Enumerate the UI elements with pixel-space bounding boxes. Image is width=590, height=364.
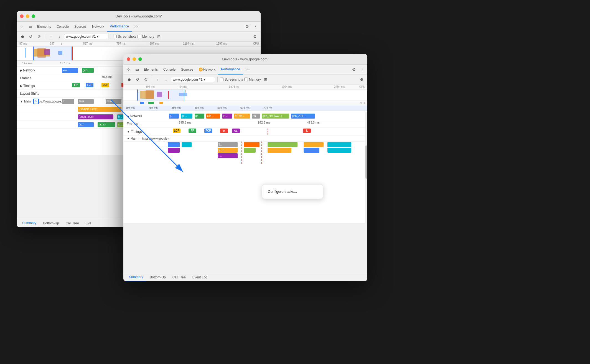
network-icon-back[interactable]: ⊞: [155, 33, 162, 40]
tasks-content-front: T... E...t (...: [168, 142, 367, 164]
main-row-front: ▼ Main — https://www.google.com/: [123, 135, 367, 142]
close-button-front[interactable]: [127, 57, 130, 61]
tab-elements-back[interactable]: Elements: [34, 22, 54, 32]
badge-fcp-front: FCP: [204, 129, 212, 133]
reload-btn-front[interactable]: ↺: [134, 76, 141, 83]
memory-checkbox-front[interactable]: Memory: [244, 78, 261, 81]
tab-more-front[interactable]: >>: [243, 65, 252, 75]
maximize-button-front[interactable]: [138, 57, 142, 61]
more-icon-back[interactable]: ⋮: [251, 22, 260, 31]
download-btn-back[interactable]: ↓: [56, 33, 63, 40]
nf-bar-ge2: ge: [195, 114, 205, 119]
network-icon-front[interactable]: ⊞: [262, 76, 269, 83]
window-controls-front[interactable]: [127, 57, 142, 61]
window-controls-back[interactable]: [20, 14, 35, 18]
summary-tab-front[interactable]: Summary: [126, 273, 146, 281]
calltree-tab-front[interactable]: Call Tree: [169, 273, 189, 281]
tab-performance-back[interactable]: Performance: [107, 22, 132, 32]
settings-icon-back[interactable]: ⚙: [243, 22, 251, 31]
download-btn-front[interactable]: ↓: [162, 76, 170, 83]
calltree-tab-back[interactable]: Call Tree: [62, 219, 82, 227]
upload-btn-front[interactable]: ↑: [154, 76, 161, 83]
bottom-tabs-front: Summary Bottom-Up Call Tree Event Log: [123, 273, 367, 281]
minimize-button-back[interactable]: [26, 14, 29, 18]
screenshots-checkbox-front[interactable]: Screenshots: [220, 78, 243, 81]
bottomup-tab-front[interactable]: Bottom-Up: [146, 273, 169, 281]
device-icon-front[interactable]: ▭: [133, 65, 141, 74]
time-147: 147 ms: [22, 61, 32, 65]
timings-label-back: ▶ Timings: [18, 84, 62, 88]
upload-btn-back[interactable]: ↑: [47, 33, 55, 40]
main-label-back: ✎ ▼ Main — https://www.google.com/: [18, 100, 62, 103]
clear-btn-front[interactable]: ⊘: [142, 76, 149, 83]
time-294: 294 ms: [149, 106, 158, 109]
main-content-front: [169, 135, 366, 142]
misc-bar-2: [182, 142, 192, 147]
url-value-back: www.google.com #1: [66, 35, 96, 39]
eventlog-tab-back[interactable]: Eve: [82, 219, 95, 227]
misc-bar-3: [244, 142, 260, 147]
tab-console-back[interactable]: Console: [54, 22, 72, 32]
nf-bar-gen204b: gen_204...: [291, 114, 315, 119]
reload-btn-back[interactable]: ↺: [27, 33, 34, 40]
capture-icon-front[interactable]: ⚙: [358, 76, 365, 83]
toolbar-back: ⏺ ↺ ⊘ ↑ ↓ www.google.com #1 ▾ Screenshot…: [17, 32, 261, 42]
url-selector-back[interactable]: www.google.com #1 ▾: [64, 34, 108, 39]
frames-label-front: Frames: [124, 122, 169, 126]
bottomup-tab-back[interactable]: Bottom-Up: [40, 219, 62, 227]
inspect-icon-back[interactable]: ⊹: [18, 22, 26, 31]
configure-tracks-item[interactable]: Configure tracks...: [262, 187, 323, 196]
network-row-front: ▶ Network g... ge... ge clie... 9... hPY…: [123, 112, 367, 120]
net-bar-1: ww...: [62, 68, 78, 73]
tick-1197: 1197 ms: [183, 42, 194, 45]
nf-bar-g: g...: [169, 114, 179, 119]
settings-icon-front[interactable]: ⚙: [350, 65, 358, 74]
tab-performance-front[interactable]: Performance: [218, 65, 243, 75]
misc-bar-8: [244, 148, 256, 153]
badge-l-front: L: [303, 129, 311, 133]
badge-fcp-back: FCP: [86, 83, 93, 87]
misc-bar-7: [168, 148, 180, 153]
memory-checkbox-back[interactable]: Memory: [138, 35, 154, 39]
minimize-button-front[interactable]: [133, 57, 136, 61]
timings-label-front: ▼ Timings: [124, 130, 169, 134]
device-icon-back[interactable]: ▭: [26, 22, 34, 31]
capture-icon-back[interactable]: ⚙: [251, 33, 258, 40]
time-394: 394 ms: [172, 106, 181, 109]
close-button-back[interactable]: [20, 14, 24, 18]
record-btn-front[interactable]: ⏺: [126, 76, 133, 83]
tab-network-back[interactable]: Network: [89, 22, 107, 32]
nf-bar-hpym: hPYm...: [234, 114, 250, 119]
anon-bar: (anon...ous): [78, 114, 113, 119]
maximize-button-back[interactable]: [32, 14, 35, 18]
screenshots-checkbox-back[interactable]: Screenshots: [113, 35, 136, 39]
tab-console-front[interactable]: Console: [161, 65, 178, 75]
tab-more-back[interactable]: >>: [132, 22, 141, 32]
tab-sources-back[interactable]: Sources: [72, 22, 89, 32]
titlebar-front: DevTools - www.google.com/: [123, 54, 367, 65]
badge-d-front: D: [220, 129, 228, 133]
summary-tab-back[interactable]: Summary: [19, 219, 40, 227]
eventlog-tab-front[interactable]: Event Log: [189, 273, 211, 281]
tab-network-front[interactable]: ⚠Network: [196, 65, 218, 75]
edit-icon-btn[interactable]: ✎: [33, 100, 39, 103]
cpu-label-front: CPU: [359, 85, 365, 88]
tab-sources-front[interactable]: Sources: [178, 65, 196, 75]
task-bar-2: Task: [78, 99, 94, 104]
devtools-tabs-front: ⊹ ▭ Elements Console Sources ⚠Network Pe…: [123, 65, 367, 75]
nf-bar-9: 9...: [222, 114, 232, 119]
more-icon-front[interactable]: ⋮: [358, 65, 366, 74]
time-494: 494 ms: [194, 106, 204, 109]
url-selector-front[interactable]: www.google.com #1 ▾: [171, 77, 215, 82]
record-btn-back[interactable]: ⏺: [19, 33, 26, 40]
tick-797: 797 ms: [116, 42, 126, 45]
inspect-icon-front[interactable]: ⊹: [124, 65, 133, 74]
network-content-front: g... ge... ge clie... 9... hPYm... ⌂h ge…: [169, 113, 366, 119]
window-title-front: DevTools - www.google.com/: [222, 57, 269, 61]
frames-row-front: Frames 295.8 ms 182.6 ms 493.3 ms: [123, 120, 367, 128]
clear-btn-back[interactable]: ⊘: [35, 33, 43, 40]
window-title-back: DevTools - www.google.com/: [116, 14, 162, 18]
misc-bar-4: [268, 142, 297, 147]
tab-elements-front[interactable]: Elements: [141, 65, 161, 75]
net-label-front: NET: [360, 102, 365, 105]
